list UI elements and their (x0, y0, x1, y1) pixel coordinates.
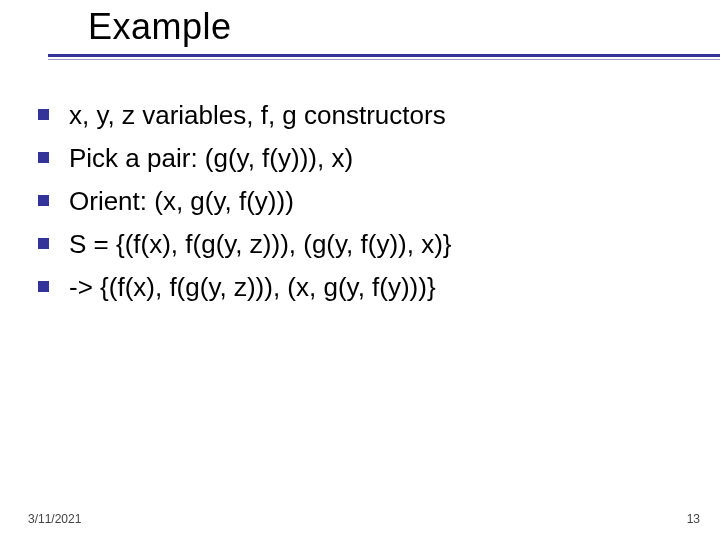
title-rule-thin (48, 59, 720, 60)
list-item-text: -> {(f(x), f(g(y, z))), (x, g(y, f(y)))} (69, 270, 436, 305)
square-bullet-icon (38, 281, 49, 292)
list-item: -> {(f(x), f(g(y, z))), (x, g(y, f(y)))} (38, 270, 700, 305)
list-item: S = {(f(x), f(g(y, z))), (g(y, f(y)), x)… (38, 227, 700, 262)
list-item: Orient: (x, g(y, f(y))) (38, 184, 700, 219)
title-rule-thick (48, 54, 720, 57)
list-item-text: Pick a pair: (g(y, f(y))), x) (69, 141, 353, 176)
square-bullet-icon (38, 238, 49, 249)
footer-date: 3/11/2021 (28, 512, 81, 526)
list-item-text: S = {(f(x), f(g(y, z))), (g(y, f(y)), x)… (69, 227, 452, 262)
square-bullet-icon (38, 109, 49, 120)
list-item: x, y, z variables, f, g constructors (38, 98, 700, 133)
title-block: Example (0, 6, 720, 60)
list-item-text: x, y, z variables, f, g constructors (69, 98, 446, 133)
list-item: Pick a pair: (g(y, f(y))), x) (38, 141, 700, 176)
list-item-text: Orient: (x, g(y, f(y))) (69, 184, 294, 219)
slide-title: Example (0, 6, 720, 54)
bullet-list: x, y, z variables, f, g constructors Pic… (38, 98, 700, 313)
footer-page-number: 13 (687, 512, 700, 526)
square-bullet-icon (38, 152, 49, 163)
square-bullet-icon (38, 195, 49, 206)
footer: 3/11/2021 13 (28, 512, 700, 526)
